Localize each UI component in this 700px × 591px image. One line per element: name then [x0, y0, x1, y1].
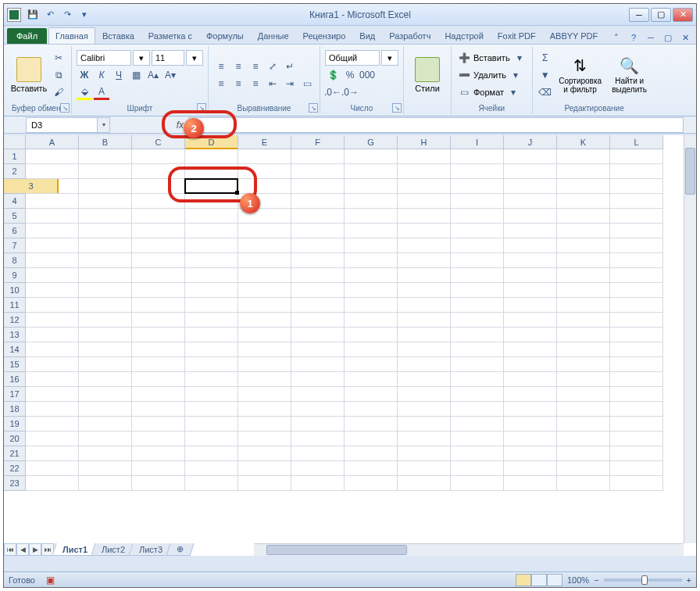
cell-J4[interactable] — [504, 194, 557, 209]
cell-E1[interactable] — [238, 149, 291, 164]
cell-H18[interactable] — [398, 402, 451, 417]
cell-L5[interactable] — [610, 209, 663, 224]
cell-H2[interactable] — [398, 164, 451, 179]
cell-H9[interactable] — [398, 268, 451, 283]
cell-H12[interactable] — [398, 313, 451, 328]
column-header-K[interactable]: K — [557, 135, 610, 149]
cell-J21[interactable] — [504, 446, 557, 461]
column-header-C[interactable]: C — [132, 135, 185, 149]
cell-F22[interactable] — [291, 461, 345, 476]
cell-I16[interactable] — [451, 372, 504, 387]
cell-B3[interactable] — [79, 179, 132, 194]
row-header-8[interactable]: 8 — [4, 253, 26, 268]
find-select-button[interactable]: 🔍 Найти и выделить — [608, 48, 652, 102]
vertical-scrollbar[interactable] — [684, 135, 696, 543]
comma-icon[interactable]: 000 — [359, 67, 375, 83]
cell-B5[interactable] — [79, 209, 132, 224]
cell-L19[interactable] — [610, 417, 663, 432]
cell-A16[interactable] — [26, 372, 79, 387]
cell-H4[interactable] — [398, 194, 451, 209]
cell-G23[interactable] — [345, 476, 398, 491]
zoom-in-button[interactable]: + — [687, 575, 691, 585]
cell-K15[interactable] — [557, 357, 610, 372]
cell-A10[interactable] — [26, 283, 79, 298]
cell-K10[interactable] — [557, 283, 610, 298]
cell-F17[interactable] — [291, 387, 345, 402]
cell-B12[interactable] — [79, 313, 132, 328]
delete-cells-label[interactable]: Удалить — [473, 70, 506, 80]
zoom-slider[interactable] — [604, 578, 682, 582]
column-header-B[interactable]: B — [79, 135, 132, 149]
cell-F5[interactable] — [291, 209, 345, 224]
percent-icon[interactable]: % — [342, 67, 358, 83]
cell-E12[interactable] — [238, 313, 291, 328]
cell-F21[interactable] — [291, 446, 345, 461]
cell-D14[interactable] — [185, 342, 238, 357]
cell-H1[interactable] — [398, 149, 451, 164]
tab-formulas[interactable]: Формулы — [199, 27, 251, 44]
cell-D2[interactable] — [185, 164, 238, 179]
cell-L10[interactable] — [610, 283, 663, 298]
cell-A7[interactable] — [26, 238, 79, 253]
cell-F18[interactable] — [291, 402, 345, 417]
cell-K20[interactable] — [557, 432, 610, 446]
row-header-22[interactable]: 22 — [4, 461, 26, 476]
cell-E15[interactable] — [238, 357, 291, 372]
cell-F7[interactable] — [291, 238, 345, 253]
cell-J13[interactable] — [504, 328, 557, 342]
horizontal-scrollbar[interactable] — [254, 543, 684, 556]
row-header-10[interactable]: 10 — [4, 283, 26, 298]
cell-A17[interactable] — [26, 387, 79, 402]
column-header-G[interactable]: G — [345, 135, 398, 149]
cell-B20[interactable] — [79, 432, 132, 446]
cell-B6[interactable] — [79, 224, 132, 238]
cell-C3[interactable] — [132, 179, 185, 194]
cell-D13[interactable] — [185, 328, 238, 342]
font-color-icon[interactable]: A — [94, 84, 109, 100]
row-header-21[interactable]: 21 — [4, 446, 26, 461]
cell-I5[interactable] — [451, 209, 504, 224]
cell-C21[interactable] — [132, 446, 185, 461]
format-painter-icon[interactable]: 🖌 — [51, 84, 66, 100]
cell-L6[interactable] — [610, 224, 663, 238]
cell-J9[interactable] — [504, 268, 557, 283]
cell-F8[interactable] — [291, 253, 345, 268]
format-cells-label[interactable]: Формат — [473, 88, 504, 97]
insert-cells-icon[interactable]: ➕ — [456, 50, 472, 66]
align-right-icon[interactable]: ≡ — [248, 76, 263, 91]
cell-A5[interactable] — [26, 209, 79, 224]
cell-L2[interactable] — [610, 164, 663, 179]
cell-C9[interactable] — [132, 268, 185, 283]
row-header-1[interactable]: 1 — [4, 149, 26, 164]
cell-D5[interactable] — [185, 209, 238, 224]
macro-record-icon[interactable]: ▣ — [43, 572, 59, 588]
cell-I11[interactable] — [451, 298, 504, 313]
cell-I7[interactable] — [451, 238, 504, 253]
cell-K16[interactable] — [557, 372, 610, 387]
cell-E13[interactable] — [238, 328, 291, 342]
cell-E9[interactable] — [238, 268, 291, 283]
increase-decimal-icon[interactable]: .0← — [325, 84, 341, 100]
cell-D18[interactable] — [185, 402, 238, 417]
cell-G8[interactable] — [345, 253, 398, 268]
cell-I2[interactable] — [451, 164, 504, 179]
cell-C5[interactable] — [132, 209, 185, 224]
tab-view[interactable]: Вид — [352, 27, 382, 44]
cell-D21[interactable] — [185, 446, 238, 461]
cell-H10[interactable] — [398, 283, 451, 298]
cell-J20[interactable] — [504, 432, 557, 446]
cell-L21[interactable] — [610, 446, 663, 461]
cell-B22[interactable] — [79, 461, 132, 476]
cell-L1[interactable] — [610, 149, 663, 164]
horizontal-scroll-thumb[interactable] — [266, 545, 407, 555]
cell-K12[interactable] — [557, 313, 610, 328]
underline-button[interactable]: Ч — [111, 67, 127, 83]
row-header-14[interactable]: 14 — [4, 342, 26, 357]
font-name-select[interactable]: Calibri — [77, 50, 131, 66]
cell-F4[interactable] — [291, 194, 345, 209]
cell-L4[interactable] — [610, 194, 663, 209]
row-header-23[interactable]: 23 — [4, 476, 26, 491]
cell-B21[interactable] — [79, 446, 132, 461]
cell-E17[interactable] — [238, 387, 291, 402]
cell-E2[interactable] — [238, 164, 291, 179]
